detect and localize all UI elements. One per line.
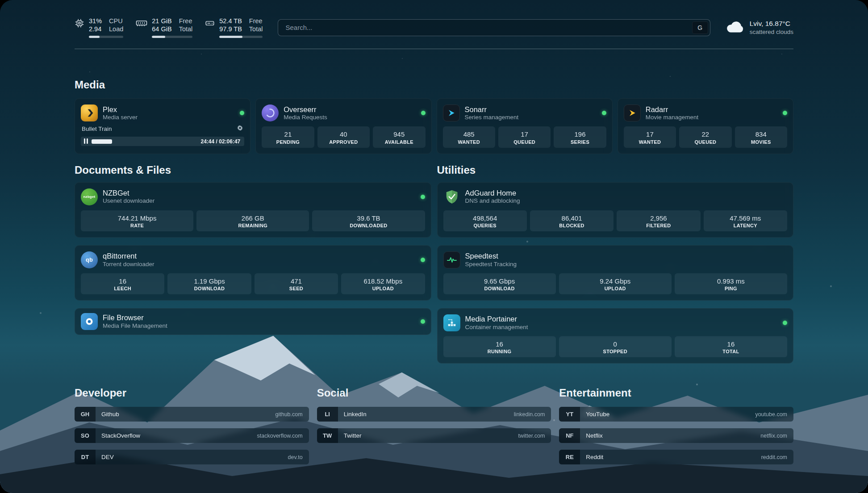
cpu-percent: 31%	[89, 17, 102, 25]
overseerr-stats: 21 PENDING 40 APPROVED 945 AVAILABLE	[262, 126, 425, 147]
header-divider	[75, 49, 793, 49]
bookmark-abbr: GH	[75, 407, 96, 422]
stat-value: 744.21 Mbps	[83, 214, 192, 223]
weather-widget[interactable]: Lviv, 16.87°C scattered clouds	[726, 19, 793, 36]
bookmark-dev[interactable]: DT DEV dev.to	[75, 450, 309, 464]
service-name: Sonarr	[465, 105, 519, 114]
service-card-portainer[interactable]: Media Portainer Container management 16 …	[437, 308, 794, 363]
service-description: Usenet downloader	[103, 197, 154, 205]
disk-free-value: 52.4 TB	[219, 17, 242, 25]
service-name: File Browser	[103, 313, 167, 322]
cloud-icon	[726, 20, 744, 35]
bookmark-sections: Developer GH Github github.com SO StackO…	[75, 387, 793, 464]
service-description: Torrent downloader	[103, 261, 154, 268]
memory-free-value: 21 GiB	[152, 17, 171, 25]
entertainment-bookmarks: YT YouTube youtube.com NF Netflix netfli…	[559, 407, 793, 464]
bookmark-linkedin[interactable]: LI LinkedIn linkedin.com	[317, 407, 551, 422]
utilities-section-title: Utilities	[437, 164, 794, 176]
service-card-qbittorrent[interactable]: qb qBittorrent Torrent downloader 16 LEE…	[75, 245, 431, 301]
service-card-speedtest[interactable]: Speedtest Speedtest Tracking 9.65 Gbps D…	[437, 245, 794, 301]
stat-value: 16	[445, 340, 554, 349]
search-input[interactable]	[278, 19, 710, 36]
stat-label: DOWNLOADED	[314, 223, 423, 228]
search-provider-button[interactable]: G	[692, 21, 708, 34]
stat-value: 17	[626, 130, 674, 139]
bookmark-url: stackoverflow.com	[257, 433, 309, 439]
playback-progress-strip: 24:44 / 02:06:47	[81, 137, 244, 146]
stat-rate: 744.21 Mbps RATE	[81, 210, 193, 231]
speedtest-pulse-icon	[443, 251, 460, 268]
settings-gear-icon[interactable]	[237, 125, 243, 133]
stat-seed: 471 SEED	[255, 273, 338, 294]
documents-section-title: Documents & Files	[75, 164, 431, 176]
stat-label: RATE	[83, 223, 192, 228]
memory-usage-bar	[152, 36, 192, 38]
bookmark-abbr: YT	[559, 407, 580, 422]
bookmark-youtube[interactable]: YT YouTube youtube.com	[559, 407, 793, 422]
service-description: Media Requests	[284, 114, 327, 121]
media-section-title: Media	[75, 79, 793, 91]
plex-chevron-icon	[81, 104, 98, 121]
overseerr-swirl-icon	[262, 104, 279, 121]
stat-series: 196 SERIES	[554, 126, 606, 147]
weather-condition: scattered clouds	[750, 28, 793, 36]
service-name: NZBGet	[103, 188, 154, 198]
ram-icon	[136, 18, 147, 28]
bookmark-stackoverflow[interactable]: SO StackOverflow stackoverflow.com	[75, 428, 309, 443]
service-name: qBittorrent	[103, 251, 154, 261]
service-name: AdGuard Home	[465, 188, 520, 198]
pause-icon[interactable]	[84, 138, 88, 146]
bookmark-github[interactable]: GH Github github.com	[75, 407, 309, 422]
service-card-filebrowser[interactable]: File Browser Media File Management	[75, 308, 431, 335]
cpu-load-value: 2.94	[89, 25, 102, 33]
service-name: Radarr	[646, 105, 699, 114]
stat-download: 1.19 Gbps DOWNLOAD	[167, 273, 251, 294]
qbittorrent-stats: 16 LEECH 1.19 Gbps DOWNLOAD 471 SEED	[81, 273, 425, 294]
bookmark-netflix[interactable]: NF Netflix netflix.com	[559, 428, 793, 443]
stat-label: UPLOAD	[561, 286, 670, 291]
service-card-overseerr[interactable]: Overseerr Media Requests 21 PENDING 40 A…	[255, 98, 431, 154]
filebrowser-card-header: File Browser Media File Management	[81, 313, 425, 330]
stat-label: MOVIES	[737, 139, 785, 145]
disk-free-label: Free	[249, 17, 263, 25]
bookmark-abbr: RE	[559, 450, 580, 464]
bookmark-abbr: LI	[317, 407, 338, 422]
stat-approved: 40 APPROVED	[317, 126, 370, 147]
stat-upload: 9.24 Gbps UPLOAD	[559, 273, 672, 294]
service-card-adguard[interactable]: AdGuard Home DNS and adblocking 498,564 …	[437, 182, 794, 238]
section-documents-files: Documents & Files nzbget NZBGet Usenet d…	[75, 164, 431, 335]
developer-section-title: Developer	[75, 387, 309, 399]
bookmark-reddit[interactable]: RE Reddit reddit.com	[559, 450, 793, 464]
cpu-readout: 31% 2.94 CPU Load	[89, 17, 123, 38]
stat-value: 196	[555, 130, 604, 139]
adguard-title-block: AdGuard Home DNS and adblocking	[465, 188, 520, 205]
section-media: Media Plex Media server Bullet	[75, 79, 793, 154]
stat-label: RUNNING	[445, 349, 554, 354]
service-card-radarr[interactable]: Radarr Movie management 17 WANTED 22 QUE…	[618, 98, 793, 154]
service-card-plex[interactable]: Plex Media server Bullet Train	[75, 98, 250, 154]
service-card-nzbget[interactable]: nzbget NZBGet Usenet downloader 744.21 M…	[75, 182, 431, 238]
stat-movies: 834 MOVIES	[735, 126, 787, 147]
stat-downloaded: 39.6 TB DOWNLOADED	[312, 210, 425, 231]
sonarr-card-header: Sonarr Series management	[443, 104, 606, 121]
stat-value: 17	[500, 130, 549, 139]
playback-progress-track[interactable]	[92, 139, 198, 144]
memory-readout: 21 GiB 64 GiB Free Total	[152, 17, 192, 38]
stat-value: 266 GB	[198, 214, 307, 223]
stat-wanted: 485 WANTED	[443, 126, 495, 147]
service-card-sonarr[interactable]: Sonarr Series management 485 WANTED 17 Q…	[437, 98, 613, 154]
stat-label: DOWNLOAD	[445, 286, 554, 291]
stat-label: PING	[676, 286, 785, 291]
stat-label: PENDING	[263, 139, 312, 145]
stat-running: 16 RUNNING	[443, 336, 556, 357]
service-description: Container management	[465, 324, 528, 331]
weather-location-temp: Lviv, 16.87°C	[750, 19, 793, 28]
bookmark-name: Reddit	[580, 454, 761, 460]
stat-label: LEECH	[83, 286, 163, 291]
playback-time: 24:44 / 02:06:47	[201, 138, 241, 145]
service-description: Speedtest Tracking	[465, 261, 517, 268]
stat-label: UPLOAD	[343, 286, 423, 291]
stat-label: WANTED	[445, 139, 493, 145]
stat-label: QUERIES	[445, 223, 525, 228]
bookmark-twitter[interactable]: TW Twitter twitter.com	[317, 428, 551, 443]
